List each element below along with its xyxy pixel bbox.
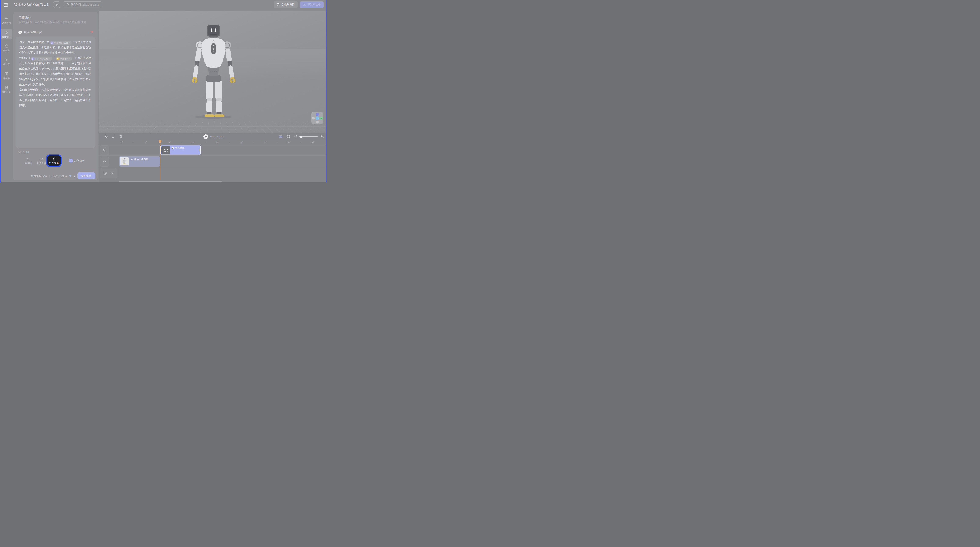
one-click-arrange-button[interactable]: 一键编排 xyxy=(22,157,33,165)
tag-label: 哈哈大笑(10s) xyxy=(35,56,48,61)
redo-icon xyxy=(111,134,115,138)
synthesize-save-button[interactable]: 合成并保存 xyxy=(274,2,298,8)
action-clip-label: 超帅走路姿势 xyxy=(134,158,148,161)
sidebar-item-motion-mimic[interactable]: 动作模仿 xyxy=(1,15,12,26)
save-time: 26/01/03 12:01 xyxy=(83,3,99,6)
grid-floor xyxy=(99,121,326,134)
sidebar-item-expression-library[interactable]: 表情库 xyxy=(1,43,12,53)
insert-action-button[interactable]: 插入动作 xyxy=(36,157,48,165)
sparkle-icon xyxy=(5,30,9,35)
person-icon xyxy=(5,58,9,62)
sidebar-label: 动作库 xyxy=(3,63,10,66)
timeline-zoom-slider[interactable] xyxy=(299,136,318,137)
expression-track-header[interactable] xyxy=(100,145,109,155)
trash-icon xyxy=(119,134,123,138)
timeline-ruler[interactable]: 0f2f4f6f8f10f12f14f16f xyxy=(99,140,326,145)
synthesize-save-label: 合成并保存 xyxy=(281,3,294,6)
purple-quote-mark: 「 xyxy=(72,40,75,44)
window-highlight-left xyxy=(0,0,1,182)
expression-tag[interactable]: 哈哈大笑(10s)× xyxy=(31,57,52,61)
ruler-label: 12f xyxy=(264,141,266,143)
remaining-stones-value: 300 xyxy=(43,174,47,177)
footer-divider: | xyxy=(49,174,50,177)
insert-action-icon xyxy=(40,157,44,161)
sidebar-item-audio-library[interactable]: 音频库 xyxy=(1,70,12,81)
robot-face-icon xyxy=(5,44,9,48)
action-thumbnail xyxy=(120,157,129,166)
ai-icon xyxy=(25,157,29,161)
cost-stones-label: 本次消耗灵石 xyxy=(52,174,67,178)
action-clip[interactable]: 超帅走路姿势 xyxy=(119,156,160,166)
project-title: A1机器人动作-我的项目1 xyxy=(14,3,48,6)
humanoid-robot[interactable] xyxy=(186,18,241,119)
audio-delete-button[interactable] xyxy=(90,30,94,34)
gizmo-axis-neg-z[interactable] xyxy=(316,121,319,123)
trim-handle-left[interactable] xyxy=(161,149,161,151)
action-track-header[interactable] xyxy=(100,157,109,166)
play-button[interactable] xyxy=(203,134,208,139)
orientation-gizmo[interactable]: Z Y X xyxy=(311,112,323,124)
audio-track-header[interactable] xyxy=(100,168,117,179)
script-editor[interactable]: 这是一家全球领先的公司哈哈大笑(10s)×「专注于先进机器人系统的设计、制造和部… xyxy=(16,37,95,148)
playhead-handle[interactable] xyxy=(159,140,161,143)
ruler-minor-tick xyxy=(158,141,158,143)
sidebar-item-audio-arrange[interactable]: 音频编排 xyxy=(1,29,12,40)
tag-remove-button[interactable]: × xyxy=(69,56,70,61)
ruler-label: 4f xyxy=(169,141,170,143)
tag-remove-button[interactable]: × xyxy=(69,40,70,46)
viewport-3d[interactable]: Z Y X xyxy=(99,11,326,134)
ruler-label: 2f xyxy=(145,141,146,143)
frame-scale-button[interactable] xyxy=(286,134,290,139)
ruler-label: 14f xyxy=(287,141,290,143)
sidebar-item-my-tasks[interactable]: 我的任务 xyxy=(1,84,12,94)
robot-legs xyxy=(205,80,224,117)
timeline: 0f2f4f6f8f10f12f14f16f xyxy=(99,140,326,182)
rhythm-checkbox-checked[interactable]: ✓ xyxy=(69,159,73,163)
audio-file-name: 默认名称1.mp3 xyxy=(24,30,42,34)
timeline-fit-button-active[interactable] xyxy=(278,134,283,139)
action-tag[interactable]: 弯腰(5s)× xyxy=(56,57,72,61)
tag-remove-button[interactable]: × xyxy=(49,56,51,61)
expression-thumbnail xyxy=(161,146,170,155)
generate-now-button[interactable]: 立即生成 xyxy=(77,172,95,179)
timeline-horizontal-scrollbar[interactable] xyxy=(119,181,221,182)
audio-arrange-panel: 音频编排 通过音频处理，生成音频素材以及融合动作和表情的音频编排素材 默认名称1… xyxy=(13,12,98,180)
editor-text: 用于物流和仓储的自主移动机器人 (AMR)，以及为医疗和酒店业量身定制的服务机器… xyxy=(19,62,91,86)
purple-quote-mark: 」 xyxy=(69,62,72,65)
clear-arrange-button-highlighted[interactable]: 清空编排 xyxy=(47,156,60,166)
editor-text: 这是一家全球领先的公司 xyxy=(19,40,49,44)
rename-button[interactable] xyxy=(53,2,60,8)
expression-tag[interactable]: 哈哈大笑(10s)× xyxy=(50,41,72,45)
ruler-minor-tick xyxy=(181,141,182,143)
eraser-icon xyxy=(52,157,56,161)
zoom-out-button[interactable] xyxy=(294,134,298,139)
playhead-line[interactable] xyxy=(160,141,160,180)
pencil-icon xyxy=(55,3,59,6)
insert-action-label: 插入动作 xyxy=(37,162,46,165)
zoom-in-button[interactable] xyxy=(321,134,325,139)
deploy-to-device-button[interactable]: 下发到设备 xyxy=(300,2,324,8)
deploy-label: 下发到设备 xyxy=(307,3,321,6)
zoom-slider-knob[interactable] xyxy=(300,136,302,138)
delete-clip-button[interactable] xyxy=(119,134,123,139)
robot-download-icon xyxy=(303,3,306,6)
zoom-out-icon xyxy=(294,134,298,138)
trim-handle-right[interactable] xyxy=(199,149,200,151)
expression-clip-selected[interactable]: 害羞微笑 xyxy=(160,145,200,155)
rhythm-motion-toggle[interactable]: ✓ 韵律动作 xyxy=(69,159,84,163)
redo-button[interactable] xyxy=(111,134,115,139)
app-logo-icon[interactable] xyxy=(3,2,8,7)
speaker-icon xyxy=(110,171,114,175)
undo-button[interactable] xyxy=(104,134,108,139)
gizmo-axis-neg-x[interactable] xyxy=(312,117,315,120)
sidebar-item-action-library[interactable]: 动作库 xyxy=(1,56,12,67)
purple-quote-mark: 」 xyxy=(55,46,58,49)
expression-badge-icon xyxy=(51,41,53,44)
tag-label: 弯腰(5s) xyxy=(60,56,68,61)
audio-play-button[interactable] xyxy=(18,30,22,34)
editor-text: 我们提供 xyxy=(19,56,30,59)
cloud-check-icon xyxy=(66,3,69,6)
amber-quote-mark: 」 xyxy=(66,62,69,65)
laugh-emoji-icon xyxy=(171,147,174,150)
clear-arrange-label: 清空编排 xyxy=(49,161,59,164)
